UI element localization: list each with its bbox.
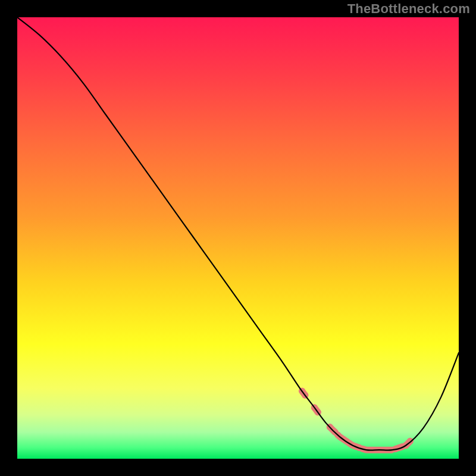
chart-canvas: TheBottleneck.com [0, 0, 476, 476]
plot-area [17, 17, 459, 459]
watermark-label: TheBottleneck.com [347, 1, 470, 17]
plot-svg [17, 17, 459, 459]
